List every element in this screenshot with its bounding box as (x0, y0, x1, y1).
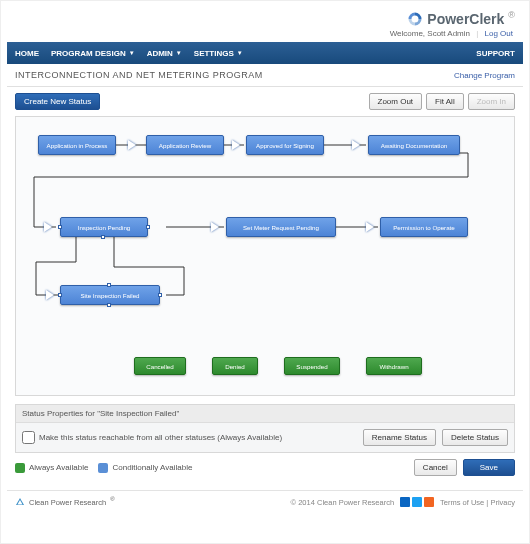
privacy-link[interactable]: Privacy (490, 498, 515, 507)
chevron-down-icon: ▼ (129, 50, 135, 56)
node-suspended[interactable]: Suspended (284, 357, 340, 375)
legend-conditionally-available: Conditionally Available (98, 463, 192, 473)
copyright: © 2014 Clean Power Research (291, 498, 395, 507)
node-denied[interactable]: Denied (212, 357, 258, 375)
node-application-review[interactable]: Application Review (146, 135, 224, 155)
node-site-inspection-failed[interactable]: Site Inspection Failed (60, 285, 160, 305)
node-withdrawn[interactable]: Withdrawn (366, 357, 422, 375)
arrow-icon (211, 222, 219, 232)
panel-title: Status Properties for "Site Inspection F… (16, 405, 514, 423)
nav-support[interactable]: SUPPORT (476, 49, 515, 58)
chevron-down-icon: ▼ (176, 50, 182, 56)
rss-icon[interactable] (424, 497, 434, 507)
checkbox-label: Make this status reachable from all othe… (39, 433, 282, 442)
logout-link[interactable]: Log Out (485, 29, 513, 38)
legend-always-available: Always Available (15, 463, 88, 473)
nav-home[interactable]: HOME (15, 49, 39, 58)
create-new-status-button[interactable]: Create New Status (15, 93, 100, 110)
cpr-logo-icon (15, 497, 25, 507)
zoom-out-button[interactable]: Zoom Out (369, 93, 423, 110)
footer-links: Terms of Use | Privacy (440, 498, 515, 507)
node-cancelled[interactable]: Cancelled (134, 357, 186, 375)
save-button[interactable]: Save (463, 459, 515, 476)
welcome-user: Scott Admin (427, 29, 470, 38)
legend: Always Available Conditionally Available (15, 463, 192, 473)
arrow-icon (46, 290, 54, 300)
status-properties-panel: Status Properties for "Site Inspection F… (15, 404, 515, 453)
always-available-checkbox-row[interactable]: Make this status reachable from all othe… (22, 431, 282, 444)
arrow-icon (232, 140, 240, 150)
arrow-icon (366, 222, 374, 232)
cancel-button[interactable]: Cancel (414, 459, 457, 476)
linkedin-icon[interactable] (400, 497, 410, 507)
brand-logo: PowerClerk ® (407, 11, 515, 27)
connector-lines (16, 117, 514, 395)
program-title: INTERCONNECTION AND NET METERING PROGRAM (15, 70, 263, 80)
arrow-icon (128, 140, 136, 150)
node-approved-for-signing[interactable]: Approved for Signing (246, 135, 324, 155)
nav-program-design[interactable]: PROGRAM DESIGN▼ (51, 49, 135, 58)
nav-settings[interactable]: SETTINGS▼ (194, 49, 243, 58)
rename-status-button[interactable]: Rename Status (363, 429, 436, 446)
node-set-meter-request-pending[interactable]: Set Meter Request Pending (226, 217, 336, 237)
nav-admin[interactable]: ADMIN▼ (147, 49, 182, 58)
node-application-in-process[interactable]: Application in Process (38, 135, 116, 155)
main-nav: HOME PROGRAM DESIGN▼ ADMIN▼ SETTINGS▼ SU… (7, 42, 523, 64)
workflow-canvas[interactable]: Application in Process Application Revie… (15, 116, 515, 396)
change-program-link[interactable]: Change Program (454, 71, 515, 80)
welcome-line: Welcome, Scott Admin | Log Out (7, 29, 523, 42)
always-available-checkbox[interactable] (22, 431, 35, 444)
brand-name: PowerClerk (427, 11, 504, 27)
node-awaiting-documentation[interactable]: Awaiting Documentation (368, 135, 460, 155)
terms-link[interactable]: Terms of Use (440, 498, 484, 507)
twitter-icon[interactable] (412, 497, 422, 507)
node-inspection-pending[interactable]: Inspection Pending (60, 217, 148, 237)
registered-mark: ® (508, 10, 515, 20)
logo-icon (407, 11, 423, 27)
zoom-in-button: Zoom In (468, 93, 515, 110)
footer-brand: Clean Power Research® (15, 497, 115, 507)
delete-status-button[interactable]: Delete Status (442, 429, 508, 446)
node-permission-to-operate[interactable]: Permission to Operate (380, 217, 468, 237)
fit-all-button[interactable]: Fit All (426, 93, 464, 110)
welcome-prefix: Welcome, (390, 29, 425, 38)
arrow-icon (352, 140, 360, 150)
chevron-down-icon: ▼ (237, 50, 243, 56)
arrow-icon (44, 222, 52, 232)
